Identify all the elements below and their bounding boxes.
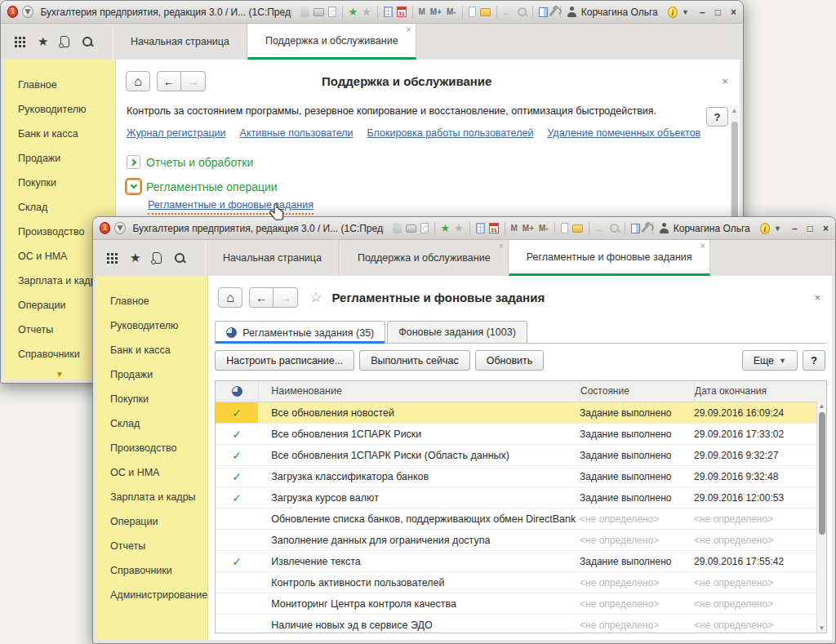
chevron-down-icon[interactable]: ▼ [774, 224, 781, 233]
service-settings-icon[interactable] [549, 7, 558, 16]
form-close-icon[interactable] [814, 292, 820, 303]
help-button[interactable]: ? [803, 350, 825, 371]
sidebar-item[interactable]: Руководителю [4, 97, 115, 122]
section-reports[interactable]: Отчеты и обработки [127, 155, 740, 169]
sidebar-item[interactable]: Администрирование [96, 583, 207, 607]
window-titlebar[interactable]: 1 ▼ Бухгалтерия предприятия, редакция 3.… [1, 1, 743, 24]
scroll-down-icon[interactable]: ▼ [817, 624, 826, 632]
close-button[interactable]: × [823, 223, 829, 234]
new-document-icon[interactable] [469, 7, 477, 17]
back-button[interactable] [249, 287, 273, 308]
maximize-button[interactable]: □ [807, 223, 813, 234]
section-label[interactable]: Отчеты и обработки [146, 156, 253, 169]
search-icon[interactable] [82, 36, 94, 48]
chevron-down-icon[interactable]: ▼ [682, 8, 689, 16]
calculator-icon[interactable] [476, 223, 486, 233]
sidebar-item[interactable]: Покупки [96, 387, 207, 411]
collapse-toggle-highlighted[interactable] [127, 180, 140, 193]
sidebar-item[interactable]: Главное [4, 73, 115, 97]
scroll-thumb[interactable] [819, 412, 825, 535]
sidebar-item[interactable]: Справочники [96, 558, 207, 583]
print-preview-icon[interactable] [420, 223, 429, 233]
table-row[interactable]: Мониторинг Центра контроля качества <не … [216, 593, 826, 615]
home-button[interactable] [218, 287, 242, 308]
print-preview-icon[interactable] [328, 7, 336, 17]
save-icon[interactable] [300, 7, 309, 17]
minimize-button[interactable]: – [700, 7, 705, 18]
undo-icon[interactable] [595, 223, 605, 234]
history-icon[interactable] [153, 252, 162, 264]
find-icon[interactable] [517, 7, 527, 18]
undo-icon[interactable] [503, 7, 513, 18]
calc-memory-button[interactable]: M- [447, 7, 456, 18]
split-window-icon[interactable] [631, 224, 641, 233]
info-icon[interactable]: i [760, 223, 770, 234]
toolbar-button[interactable]: Настроить расписание... [215, 350, 354, 371]
forward-button[interactable] [273, 287, 298, 308]
favorites-panel-icon[interactable] [130, 251, 140, 265]
open-folder-icon[interactable] [480, 8, 490, 16]
forward-button[interactable] [181, 71, 206, 91]
help-button[interactable]: ? [706, 107, 728, 127]
table-row[interactable]: Заполнение данных для ограничения доступ… [216, 530, 826, 551]
table-row[interactable]: Все обновления 1СПАРК Риски Задание выпо… [216, 424, 826, 445]
sidebar-item[interactable]: Банк и касса [4, 122, 115, 146]
expand-toggle[interactable] [127, 155, 140, 169]
save-icon[interactable] [393, 223, 402, 233]
table-row[interactable]: Загрузка курсов валют Задание выполнено … [216, 487, 826, 509]
sidebar-item[interactable]: Банк и касса [96, 338, 207, 362]
calculator-icon[interactable] [384, 7, 394, 17]
window-titlebar[interactable]: 1 ▼ Бухгалтерия предприятия, редакция 3.… [93, 217, 835, 240]
link[interactable]: Журнал регистрации [127, 127, 226, 139]
print-icon[interactable] [406, 224, 416, 233]
sidebar-item[interactable]: Отчеты [96, 534, 207, 558]
table-row[interactable]: Все обновления 1СПАРК Риски (Область дан… [216, 445, 826, 466]
window-tab[interactable]: Начальная страница [113, 24, 247, 60]
service-settings-icon[interactable] [641, 223, 650, 233]
table-row[interactable]: Обновление списка банков, поддерживающих… [216, 509, 826, 530]
sections-menu-icon[interactable] [14, 36, 25, 47]
back-button[interactable] [157, 71, 181, 91]
calc-memory-button[interactable]: M+ [430, 7, 442, 18]
calc-memory-button[interactable]: M [510, 223, 517, 234]
form-close-icon[interactable] [722, 76, 728, 87]
sidebar-item[interactable]: Зарплата и кадры [96, 485, 207, 509]
main-menu-button[interactable]: ▼ [22, 6, 33, 18]
sidebar-item[interactable]: Производство [96, 436, 207, 460]
view-tab[interactable]: Фоновые задания (1003) [387, 321, 527, 343]
table-row[interactable]: Извлечение текста Задание выполнено 29.0… [216, 551, 826, 572]
table-scrollbar[interactable]: ▲ ▼ [816, 402, 826, 633]
scheduled-jobs-link[interactable]: Регламентные и фоновые задания [148, 199, 314, 215]
link[interactable]: Активные пользователи [240, 127, 354, 139]
search-icon[interactable] [174, 252, 186, 264]
favorites-icon[interactable] [362, 6, 371, 18]
tab-close-icon[interactable] [407, 26, 411, 34]
link[interactable]: Удаление помеченных объектов [547, 127, 700, 139]
section-scheduled-ops[interactable]: Регламентные операции [127, 180, 740, 193]
sections-menu-icon[interactable] [106, 252, 118, 264]
calendar-icon[interactable]: 31 [489, 223, 499, 233]
sidebar-item[interactable]: Покупки [4, 171, 115, 195]
toolbar-button[interactable]: Выполнить сейчас [359, 350, 470, 371]
sidebar-item[interactable]: Продажи [4, 146, 115, 171]
favorites-panel-icon[interactable] [38, 34, 48, 49]
sidebar-item[interactable]: Продажи [96, 362, 207, 387]
column-header-status[interactable]: Состояние [580, 381, 694, 402]
sidebar-item[interactable]: Склад [96, 411, 207, 436]
sidebar-item[interactable]: Главное [96, 289, 207, 313]
link[interactable]: Блокировка работы пользователей [367, 127, 534, 139]
new-document-icon[interactable] [561, 223, 569, 233]
more-button[interactable]: Еще▼ [742, 350, 798, 371]
split-window-icon[interactable] [539, 7, 549, 17]
calendar-icon[interactable]: 31 [397, 7, 407, 17]
add-favorite-icon[interactable] [440, 222, 450, 234]
table-row[interactable]: Контроль активности пользователей <не оп… [216, 572, 826, 593]
table-header[interactable]: Наименование Состояние Дата окончания [216, 381, 826, 402]
table-row[interactable]: Загрузка классификатора банков Задание в… [216, 466, 826, 487]
calc-memory-button[interactable]: M [418, 7, 425, 18]
window-tab[interactable]: Поддержка и обслуживание [247, 24, 416, 60]
find-icon[interactable] [609, 223, 619, 234]
section-label[interactable]: Регламентные операции [146, 180, 278, 193]
column-header-date[interactable]: Дата окончания [694, 381, 826, 402]
sidebar-item[interactable]: Операции [96, 509, 207, 534]
